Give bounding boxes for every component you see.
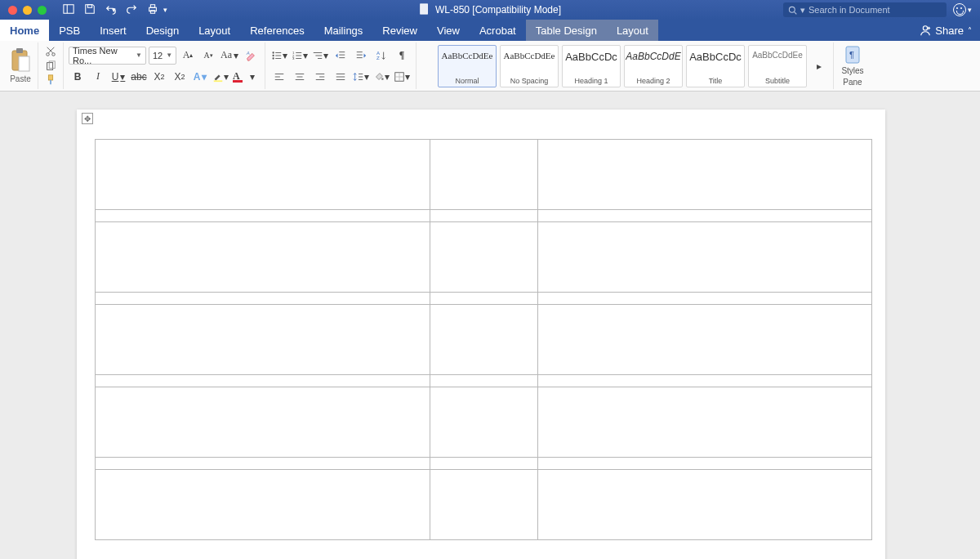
table-cell[interactable] — [430, 222, 538, 293]
align-center-button[interactable] — [291, 68, 309, 86]
table-cell[interactable] — [430, 305, 538, 375]
clear-formatting-button[interactable]: A — [242, 47, 260, 65]
table-cell[interactable] — [96, 293, 430, 305]
save-icon[interactable] — [84, 3, 96, 17]
table-move-handle[interactable]: ✥ — [82, 113, 93, 124]
undo-icon[interactable]: ▾ — [105, 4, 116, 16]
table-cell[interactable] — [430, 375, 538, 387]
increase-indent-button[interactable] — [352, 47, 370, 65]
styles-more-button[interactable]: ▸ — [810, 45, 828, 87]
table-cell[interactable] — [96, 222, 430, 293]
feedback-icon[interactable] — [953, 3, 966, 16]
table-cell[interactable] — [538, 470, 872, 540]
tab-table-layout[interactable]: Layout — [607, 20, 658, 41]
copy-button[interactable] — [42, 59, 60, 74]
table-cell[interactable] — [96, 458, 430, 470]
bullets-button[interactable]: ▾ — [270, 47, 288, 65]
shading-button[interactable]: ▾ — [372, 68, 390, 86]
table-cell[interactable] — [430, 458, 538, 470]
tab-mailings[interactable]: Mailings — [314, 20, 373, 41]
text-effects-button[interactable]: A▾ — [191, 68, 209, 86]
bold-button[interactable]: B — [69, 68, 87, 86]
decrease-indent-button[interactable] — [332, 47, 350, 65]
table-cell[interactable] — [538, 387, 872, 458]
table-cell[interactable] — [430, 470, 538, 540]
svg-text:3: 3 — [292, 56, 295, 60]
table-cell[interactable] — [96, 470, 430, 540]
styles-pane-button[interactable]: ¶ Styles Pane — [834, 42, 871, 89]
multilevel-list-button[interactable]: ▾ — [311, 47, 329, 65]
table-cell[interactable] — [538, 458, 872, 470]
tab-review[interactable]: Review — [372, 20, 427, 41]
zoom-window-button[interactable] — [38, 6, 47, 15]
share-button[interactable]: Share ˄ — [911, 20, 980, 41]
search-input[interactable]: ▾ Search in Document — [783, 2, 947, 17]
change-case-button[interactable]: Aa▾ — [220, 47, 239, 65]
superscript-button[interactable]: X2 — [171, 68, 189, 86]
borders-button[interactable]: ▾ — [393, 68, 411, 86]
align-right-button[interactable] — [311, 68, 329, 86]
table-cell[interactable] — [430, 210, 538, 222]
table-cell[interactable] — [96, 305, 430, 375]
table-cell[interactable] — [96, 210, 430, 222]
svg-rect-14 — [16, 48, 23, 53]
style-title[interactable]: AaBbCcDc Title — [686, 45, 745, 87]
style-normal[interactable]: AaBbCcDdEe Normal — [438, 45, 497, 87]
page[interactable] — [77, 110, 885, 559]
style-no-spacing[interactable]: AaBbCcDdEe No Spacing — [500, 45, 559, 87]
tab-home[interactable]: Home — [0, 20, 49, 41]
table-cell[interactable] — [538, 293, 872, 305]
table-cell[interactable] — [538, 222, 872, 293]
align-left-button[interactable] — [270, 68, 288, 86]
font-size-combo[interactable]: 12▼ — [149, 47, 176, 65]
table-cell[interactable] — [538, 140, 872, 210]
subscript-button[interactable]: X2 — [150, 68, 168, 86]
close-window-button[interactable] — [8, 6, 17, 15]
qat-customize-icon[interactable]: ▾ — [163, 6, 167, 14]
table-cell[interactable] — [430, 140, 538, 210]
redo-icon[interactable] — [126, 3, 137, 17]
underline-button[interactable]: U▾ — [109, 68, 127, 86]
sort-button[interactable]: AZ — [372, 47, 390, 65]
table-cell[interactable] — [430, 387, 538, 458]
tab-table-design[interactable]: Table Design — [526, 20, 607, 41]
tab-insert[interactable]: Insert — [90, 20, 136, 41]
italic-button[interactable]: I — [89, 68, 107, 86]
style-heading1[interactable]: AaBbCcDc Heading 1 — [562, 45, 621, 87]
style-heading2[interactable]: AaBbCcDdE Heading 2 — [624, 45, 683, 87]
tab-view[interactable]: View — [427, 20, 470, 41]
numbering-button[interactable]: 123▾ — [291, 47, 309, 65]
document-table[interactable] — [95, 139, 872, 540]
tab-acrobat[interactable]: Acrobat — [470, 20, 526, 41]
table-cell[interactable] — [538, 375, 872, 387]
minimize-window-button[interactable] — [23, 6, 32, 15]
cut-button[interactable] — [42, 44, 60, 59]
table-cell[interactable] — [96, 140, 430, 210]
table-cell[interactable] — [538, 210, 872, 222]
show-marks-button[interactable]: ¶ — [393, 47, 411, 65]
strikethrough-button[interactable]: abc — [130, 68, 148, 86]
highlight-button[interactable]: ▾ — [212, 68, 229, 86]
font-family-combo[interactable]: Times New Ro...▼ — [69, 47, 146, 65]
quick-access-toolbar: ▾ ▾ — [63, 3, 167, 17]
line-spacing-button[interactable]: ▾ — [352, 68, 370, 86]
grow-font-button[interactable]: A▴ — [179, 47, 197, 65]
tab-references[interactable]: References — [240, 20, 314, 41]
panel-icon[interactable] — [63, 3, 74, 17]
paste-button[interactable]: Paste — [3, 42, 38, 89]
shrink-font-button[interactable]: A▾ — [199, 47, 217, 65]
justify-button[interactable] — [332, 68, 350, 86]
format-painter-button[interactable] — [42, 73, 60, 87]
feedback-chevron-icon[interactable]: ▾ — [968, 6, 972, 14]
tab-psb[interactable]: PSB — [49, 20, 90, 41]
table-cell[interactable] — [538, 305, 872, 375]
table-cell[interactable] — [430, 293, 538, 305]
table-cell[interactable] — [96, 387, 430, 458]
svg-point-8 — [789, 7, 795, 12]
style-subtitle[interactable]: AaBbCcDdEe Subtitle — [748, 45, 807, 87]
tab-design[interactable]: Design — [136, 20, 189, 41]
font-color-button[interactable]: A▾ — [232, 68, 256, 86]
tab-layout[interactable]: Layout — [189, 20, 240, 41]
table-cell[interactable] — [96, 375, 430, 387]
print-icon[interactable] — [147, 3, 158, 17]
